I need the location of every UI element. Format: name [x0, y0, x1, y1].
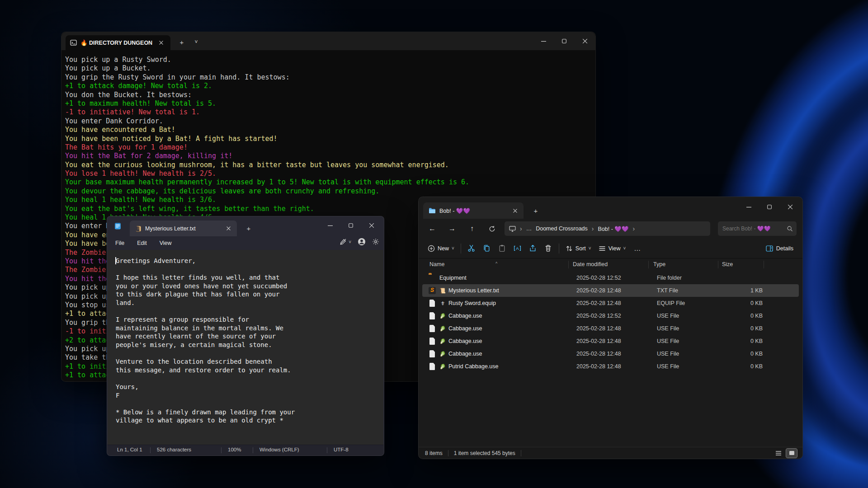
- notepad-menu-icons: ˅: [340, 238, 379, 246]
- chevron-down-icon: ˅: [452, 246, 454, 251]
- notepad-tab[interactable]: Mysterious Letter.txt: [130, 221, 237, 236]
- this-pc-icon[interactable]: [509, 226, 516, 232]
- terminal-line: You don the Bucket. It bestows:: [65, 91, 594, 99]
- breadcrumb-overflow[interactable]: …: [526, 225, 532, 232]
- file-date-modified: 2025-02-28 12:48: [576, 325, 621, 332]
- new-button[interactable]: New ˅: [424, 242, 458, 255]
- breadcrumb-bob[interactable]: Bob! - 💜💜: [598, 225, 628, 232]
- forward-icon[interactable]: →: [442, 221, 462, 236]
- terminal-window-controls: [533, 32, 595, 50]
- file-row[interactable]: 🥬 Cabbage.use 2025-02-28 12:48 USE File …: [422, 335, 799, 347]
- explorer-tab[interactable]: Bob! - 💜💜: [423, 202, 524, 219]
- more-options-icon[interactable]: …: [629, 244, 645, 252]
- notepad-tab-close-icon[interactable]: [223, 224, 233, 234]
- explorer-tab-close-icon[interactable]: [510, 206, 520, 216]
- details-label: Details: [776, 245, 793, 252]
- file-date-modified: 2025-02-28 12:48: [576, 350, 621, 357]
- terminal-new-tab-button[interactable]: +: [175, 36, 188, 48]
- account-icon[interactable]: [358, 238, 366, 246]
- minimize-button[interactable]: [738, 198, 759, 216]
- large-icons-view-icon[interactable]: [786, 449, 797, 458]
- chevron-right-icon[interactable]: ›: [520, 225, 522, 232]
- file-row[interactable]: 🥬 Cabbage.use 2025-02-28 12:52 USE File …: [422, 310, 799, 322]
- file-date-modified: 2025-02-28 12:52: [576, 274, 621, 282]
- file-type: EQUIP File: [657, 300, 685, 307]
- file-row[interactable]: 🥬 Putrid Cabbage.use 2025-02-28 12:48 US…: [422, 360, 799, 373]
- search-box[interactable]: [718, 221, 797, 236]
- minimize-button[interactable]: [320, 216, 340, 235]
- terminal-tab-title: 🔥 DIRECTORY DUNGEON 🔥: [80, 39, 152, 46]
- terminal-tab-close-icon[interactable]: [156, 38, 166, 48]
- file-type-icon: [429, 325, 435, 332]
- explorer-toolbar: New ˅ A So: [419, 239, 802, 258]
- details-button[interactable]: Details: [762, 243, 797, 254]
- terminal-line: You pick up a Rusty Sword.: [65, 56, 594, 64]
- back-icon[interactable]: ←: [422, 221, 442, 236]
- rename-icon[interactable]: A: [510, 241, 525, 256]
- file-row[interactable]: 🥬 Cabbage.use 2025-02-28 12:48 USE File …: [422, 322, 799, 335]
- column-name[interactable]: Name: [429, 261, 444, 267]
- filename-emoji: 🥬: [439, 338, 447, 345]
- zoom-level[interactable]: 100%: [228, 447, 241, 452]
- terminal-line: You devour the cabbage, its delicious le…: [65, 187, 594, 196]
- maximize-button[interactable]: [759, 198, 780, 216]
- search-input[interactable]: [722, 225, 787, 232]
- close-button[interactable]: [780, 198, 801, 216]
- sort-button[interactable]: Sort ˅: [562, 242, 595, 255]
- terminal-tab-dropdown-button[interactable]: ˅: [190, 36, 203, 48]
- maximize-button[interactable]: [340, 216, 361, 235]
- maximize-button[interactable]: [554, 32, 575, 50]
- encoding[interactable]: UTF-8: [334, 447, 349, 452]
- explorer-window-controls: [738, 198, 801, 216]
- terminal-line: You have been noticed by a Bat! A fight …: [65, 135, 594, 143]
- column-date-modified[interactable]: Date modified: [573, 261, 608, 267]
- file-row[interactable]: 🥬 Cabbage.use 2025-02-28 12:48 USE File …: [422, 347, 799, 360]
- minimize-button[interactable]: [533, 32, 554, 50]
- cut-icon[interactable]: [464, 241, 479, 256]
- file-row[interactable]: 📜 Mysterious Letter.txt 2025-02-28 12:48…: [422, 284, 799, 297]
- terminal-tab[interactable]: 🔥 DIRECTORY DUNGEON 🔥: [66, 35, 170, 50]
- file-date-modified: 2025-02-28 12:48: [576, 363, 621, 370]
- file-type-icon: [429, 312, 435, 319]
- refresh-icon[interactable]: [482, 221, 502, 236]
- explorer-new-tab-button[interactable]: +: [530, 205, 542, 216]
- notepad-status-bar: Ln 1, Col 1 526 characters 100% Windows …: [107, 445, 384, 455]
- column-type[interactable]: Type: [653, 261, 665, 267]
- explorer-navigation-bar: ← → ↑ › … Doomed Crossroads › Bob! - 💜💜 …: [419, 219, 802, 239]
- search-icon[interactable]: [787, 225, 793, 232]
- menu-file[interactable]: File: [109, 238, 131, 248]
- paste-icon[interactable]: [495, 241, 510, 256]
- file-row[interactable]: Equipment 2025-02-28 12:52 File folder: [422, 272, 799, 284]
- notepad-window-controls: [320, 216, 382, 235]
- view-button[interactable]: View ˅: [595, 242, 630, 255]
- delete-icon[interactable]: [541, 241, 556, 256]
- chevron-right-icon[interactable]: ›: [633, 225, 635, 232]
- close-button[interactable]: [361, 216, 382, 235]
- letter-text: Greetings Adventurer, I hope this letter…: [116, 257, 383, 425]
- file-row[interactable]: 🗡 Rusty Sword.equip 2025-02-28 12:48 EQU…: [422, 297, 799, 310]
- menu-edit[interactable]: Edit: [131, 238, 153, 248]
- line-ending[interactable]: Windows (CRLF): [259, 447, 299, 452]
- filename-emoji: 📜: [439, 287, 447, 294]
- up-icon[interactable]: ↑: [462, 221, 482, 236]
- notepad-new-tab-button[interactable]: +: [243, 223, 255, 234]
- text-caret: [115, 257, 116, 264]
- file-name: Cabbage.use: [448, 350, 482, 357]
- terminal-line: You enter Dank Corridor.: [65, 117, 594, 126]
- column-size[interactable]: Size: [722, 261, 733, 267]
- settings-gear-icon[interactable]: [372, 238, 379, 245]
- share-icon[interactable]: [525, 241, 541, 256]
- file-name: Cabbage.use: [448, 338, 482, 345]
- close-button[interactable]: [575, 32, 595, 50]
- address-bar[interactable]: › … Doomed Crossroads › Bob! - 💜💜 ›: [505, 221, 710, 236]
- file-type: TXT File: [657, 287, 678, 294]
- notepad-text-area[interactable]: Greetings Adventurer, I hope this letter…: [108, 250, 383, 445]
- filename-emoji: 🥬: [439, 363, 447, 370]
- details-view-icon[interactable]: [773, 449, 784, 458]
- breadcrumb-doomed-crossroads[interactable]: Doomed Crossroads: [536, 225, 588, 232]
- copy-icon[interactable]: [479, 241, 495, 256]
- chevron-right-icon[interactable]: ›: [592, 225, 594, 232]
- file-list: Equipment 2025-02-28 12:52 File folder 📜…: [422, 272, 799, 373]
- editing-mode-icon[interactable]: ˅: [340, 238, 351, 245]
- menu-view[interactable]: View: [153, 238, 178, 248]
